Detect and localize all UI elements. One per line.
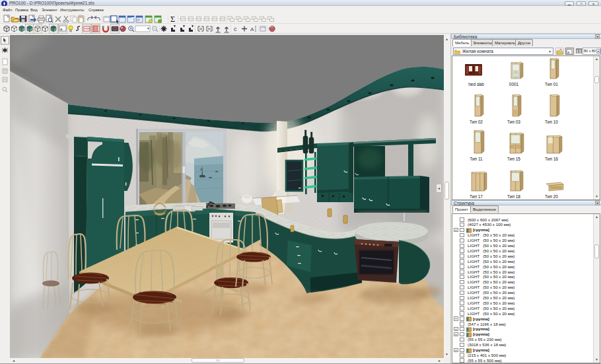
svg-text:Σ: Σ xyxy=(170,15,175,24)
svg-text:A: A xyxy=(250,26,254,32)
svg-text:c: c xyxy=(234,26,237,32)
